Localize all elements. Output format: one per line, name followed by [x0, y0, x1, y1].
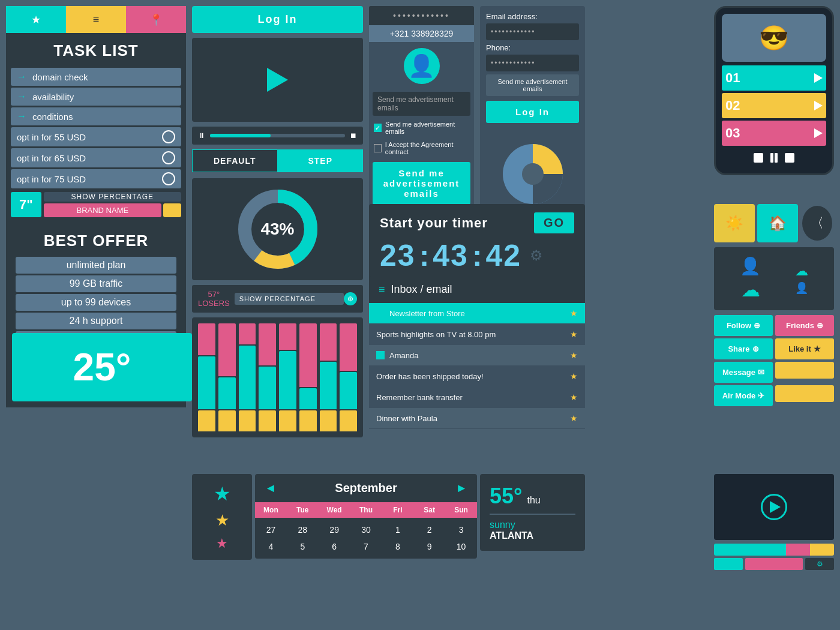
video-box[interactable] — [192, 38, 363, 122]
checkbox-row-ads[interactable]: ✓ Send me advertisement emails — [369, 118, 474, 138]
show-pct-button[interactable]: SHOW PERCENTAGE — [235, 293, 344, 305]
calendar-date[interactable]: 9 — [413, 538, 445, 555]
login-button-right[interactable]: Log In — [486, 101, 579, 123]
phone-item-02[interactable]: 02 — [722, 93, 826, 118]
calendar-day-label: Sat — [413, 506, 445, 514]
calendar-date[interactable]: 10 — [445, 538, 477, 555]
share-button[interactable]: Share ⊕ — [714, 338, 773, 359]
send-ads-button[interactable]: Send me advertisement emails — [373, 162, 470, 205]
bar-seg-yellow — [239, 410, 256, 431]
calendar-date[interactable]: 1 — [382, 521, 413, 538]
checkbox-ads[interactable]: ✓ — [374, 124, 382, 132]
inbox-row-order[interactable]: Order has been shipped today! ★ — [369, 366, 585, 387]
sun-button[interactable]: ☀️ — [714, 204, 755, 242]
ctrl-square-left[interactable] — [754, 153, 763, 163]
calendar-date[interactable]: 5 — [287, 538, 319, 555]
password-field[interactable]: •••••••••••• — [369, 6, 474, 25]
back-button[interactable]: 〈 — [800, 204, 834, 242]
go-button[interactable]: GO — [534, 212, 574, 233]
ctrl-bars[interactable] — [770, 153, 778, 163]
message-input[interactable] — [775, 362, 834, 379]
progress-track[interactable] — [210, 134, 345, 137]
friends-button[interactable]: Friends ⊕ — [775, 315, 834, 336]
calendar-date[interactable]: 28 — [287, 521, 319, 538]
hamburger-icon[interactable]: ≡ — [379, 283, 385, 296]
radio-65[interactable] — [162, 151, 175, 164]
calendar-day-label: Fri — [382, 506, 413, 514]
phone-item-01[interactable]: 01 — [722, 65, 826, 91]
opt-item-55[interactable]: opt in for 55 USD — [11, 127, 181, 146]
bottom-temp-area: 25° — [12, 333, 192, 401]
task-item-availability[interactable]: → availability — [11, 88, 181, 106]
radio-55[interactable] — [162, 130, 175, 143]
radio-75[interactable] — [162, 172, 175, 185]
pct-circle-icon[interactable]: ⊕ — [344, 292, 357, 305]
stop-icon[interactable]: ⏹ — [350, 131, 357, 140]
task-item-domain[interactable]: → domain check — [11, 68, 181, 86]
star-icon-3[interactable]: ★ — [570, 350, 578, 360]
calendar-date[interactable]: 6 — [319, 538, 350, 555]
inbox-checkbox-newsletter[interactable] — [376, 309, 385, 317]
email-input[interactable]: •••••••••••• — [486, 23, 579, 40]
star-yellow[interactable]: ★ — [215, 511, 229, 530]
calendar-date[interactable]: 4 — [255, 538, 287, 555]
play-circle-button[interactable] — [761, 494, 787, 520]
calendar-date[interactable]: 7 — [350, 538, 382, 555]
inbox-row-amanda[interactable]: Amanda ★ — [369, 345, 585, 366]
inbox-row-bank[interactable]: Remember bank transfer ★ — [369, 387, 585, 408]
bar-seg-teal — [320, 362, 337, 409]
star-icon-2[interactable]: ★ — [570, 329, 578, 339]
like-button[interactable]: Like it ★ — [775, 338, 834, 359]
send-advertisement-button[interactable]: Send me advertisement emails — [486, 74, 579, 96]
checkbox-row-agreement[interactable]: I Accept the Agreement contract — [369, 138, 474, 158]
ctrl-square-right[interactable] — [785, 153, 794, 163]
offer-item-support: 24 h support — [16, 313, 176, 329]
inbox-title: Inbox / email — [391, 283, 452, 296]
inbox-row-newsletter[interactable]: Newsletter from Store ★ — [369, 303, 585, 324]
gear-icon[interactable]: ⚙ — [530, 247, 543, 264]
star-pink[interactable]: ★ — [216, 536, 228, 551]
message-icon: ✉ — [758, 368, 764, 377]
calendar-prev-button[interactable]: ◄ — [265, 481, 277, 495]
calendar-date[interactable]: 2 — [413, 521, 445, 538]
pin-button[interactable]: 📍 — [126, 6, 186, 33]
phone-arrow-01 — [814, 73, 823, 83]
settings-icon[interactable]: ⚙ — [817, 560, 823, 568]
star-button[interactable]: ★ — [6, 6, 66, 33]
tab-step[interactable]: STEP — [278, 149, 364, 172]
home-button[interactable]: 🏠 — [757, 204, 798, 242]
airplane-icon: ✈ — [758, 391, 764, 400]
message-button[interactable]: Message ✉ — [714, 362, 773, 383]
calendar-date[interactable]: 27 — [255, 521, 287, 538]
bar-seg-pink — [218, 323, 236, 376]
star-teal[interactable]: ★ — [214, 482, 231, 505]
opt-item-65[interactable]: opt in for 65 USD — [11, 148, 181, 167]
play-button[interactable] — [267, 68, 288, 92]
calendar-date[interactable]: 29 — [319, 521, 350, 538]
inbox-row-dinner[interactable]: Dinner with Paula ★ — [369, 408, 585, 429]
inbox-checkbox-amanda[interactable] — [376, 351, 385, 359]
task-item-conditions[interactable]: → conditions — [11, 107, 181, 125]
star-icon-5[interactable]: ★ — [570, 392, 578, 402]
tab-default[interactable]: DEFAULT — [192, 149, 278, 172]
inbox-row-sports[interactable]: Sports highlights on TV at 8.00 pm ★ — [369, 324, 585, 345]
svg-point-4 — [522, 163, 544, 185]
star-icon-4[interactable]: ★ — [570, 371, 578, 381]
pause-icon[interactable]: ⏸ — [198, 131, 205, 140]
follow-button[interactable]: Follow ⊕ — [714, 315, 773, 336]
air-mode-input[interactable] — [775, 385, 834, 402]
star-icon-6[interactable]: ★ — [570, 413, 578, 423]
calendar-date[interactable]: 30 — [350, 521, 382, 538]
star-icon[interactable]: ★ — [570, 308, 578, 318]
calendar-date[interactable]: 8 — [382, 538, 413, 555]
phone-input[interactable]: •••••••••••• — [486, 55, 579, 71]
checkbox-agreement[interactable] — [374, 144, 382, 152]
calendar-date[interactable]: 3 — [445, 521, 477, 538]
timer-widget: Start your timer GO 23 : 43 : 42 ⚙ — [369, 204, 585, 281]
login-button-top[interactable]: Log In — [192, 6, 363, 33]
menu-button[interactable]: ≡ — [66, 6, 126, 33]
calendar-next-button[interactable]: ► — [455, 481, 467, 495]
phone-item-03[interactable]: 03 — [722, 121, 826, 146]
air-mode-button[interactable]: Air Mode ✈ — [714, 385, 773, 406]
opt-item-75[interactable]: opt in for 75 USD — [11, 169, 181, 188]
